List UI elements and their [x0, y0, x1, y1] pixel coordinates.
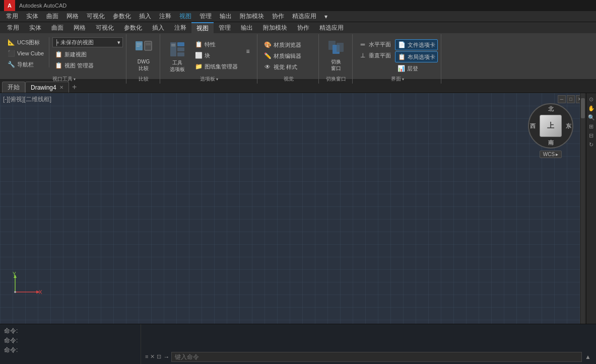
tab-start[interactable]: 开始 [2, 82, 25, 93]
btn-properties[interactable]: 📋 特性 [192, 39, 240, 49]
new-view-icon: 📋 [54, 50, 62, 58]
ribbon-tab-collab[interactable]: 协作 [292, 22, 314, 33]
ribbon-tab-view[interactable]: 视图 [191, 22, 214, 33]
viewcube-center[interactable]: 上 [540, 115, 562, 137]
btn-more-palettes[interactable]: ≡ [242, 46, 254, 56]
view-dropdown[interactable]: ╞ 未保存的视图 ▾ [52, 37, 123, 47]
menu-mesh[interactable]: 网格 [62, 11, 83, 22]
group-title-switch: 切换窗口 [323, 76, 349, 83]
viewport-minimize-btn[interactable]: ─ [558, 95, 566, 103]
layer-icon: 📊 [397, 64, 405, 72]
cmd-dock-btn[interactable]: ⊡ [157, 353, 161, 360]
file-tab-icon: 📄 [398, 41, 406, 49]
rtool-3d-orbit[interactable]: ↻ [587, 140, 595, 149]
menu-view[interactable]: 视图 [175, 11, 195, 22]
btn-navbar[interactable]: 🔧 导航栏 [5, 59, 46, 69]
canvas-area[interactable]: [-][俯视][二维线框] 北 南 西 东 上 WCS ▸ [0, 93, 586, 324]
btn-tool-palette[interactable]: 工具选项板 [164, 37, 190, 75]
btn-material-browser[interactable]: 🎨 材质浏览器 [261, 40, 315, 50]
rtool-pan[interactable]: ✋ [587, 104, 595, 112]
menu-visualize[interactable]: 可视化 [83, 11, 109, 22]
menu-manage[interactable]: 管理 [195, 11, 216, 22]
ribbon-tab-annotate[interactable]: 注释 [169, 22, 191, 33]
svg-rect-9 [177, 47, 184, 51]
tab-drawing4[interactable]: Drawing4 ✕ [25, 82, 69, 93]
sheet-set-icon: 📁 [194, 62, 203, 70]
tab-close-icon[interactable]: ✕ [59, 85, 63, 90]
wcs-arrow-icon: ▸ [556, 152, 558, 157]
cmd-customize-btn[interactable]: ✕ [150, 353, 155, 360]
menu-solid[interactable]: 实体 [22, 11, 42, 22]
wcs-badge[interactable]: WCS ▸ [540, 151, 562, 158]
ribbon-tab-insert[interactable]: 插入 [147, 22, 169, 33]
menu-featured[interactable]: 精选应用 [288, 11, 320, 22]
ribbon-tab-surface[interactable]: 曲面 [46, 22, 69, 33]
menu-more[interactable]: ▾ [320, 12, 332, 21]
group-title-palettes[interactable]: 选项板 ▾ [164, 76, 254, 83]
command-input[interactable] [171, 352, 582, 362]
menubar: 常用 实体 曲面 网格 可视化 参数化 插入 注释 视图 管理 输出 附加模块 … [0, 11, 596, 22]
content-wrapper: [-][俯视][二维线框] 北 南 西 东 上 WCS ▸ [0, 93, 596, 364]
btn-dwg-compare[interactable]: DWG比较 [130, 36, 157, 74]
viewcube-icon: ⬛ [7, 49, 15, 57]
menu-annotate[interactable]: 注释 [155, 11, 175, 22]
btn-visual-style[interactable]: 👁 视觉 样式 [261, 62, 315, 72]
rtool-zoom-window[interactable]: ⊞ [587, 122, 595, 130]
ribbon-group-palettes: 工具选项板 📋 特性 ⬜ 块 📁 图纸集管理器 [161, 34, 257, 84]
ribbon-tab-visualize[interactable]: 可视化 [91, 22, 119, 33]
btn-layout-tab[interactable]: 📋 布局选项卡 [395, 51, 438, 62]
ribbon-tab-featured[interactable]: 精选应用 [314, 22, 349, 33]
command-history: 命令: 命令: 命令: [0, 324, 141, 364]
ribbon-group-interface: ═ 水平平面 ⊥ 垂直平面 📄 文件选项卡 📋 布局选项卡 [354, 34, 441, 84]
menu-common[interactable]: 常用 [2, 11, 22, 22]
ribbon-tab-addons[interactable]: 附加模块 [258, 22, 292, 33]
cmd-expand-btn[interactable]: ≡ [145, 353, 148, 359]
ribbon-tab-solid[interactable]: 实体 [24, 22, 46, 33]
group-title-interface[interactable]: 界面 ▾ [357, 76, 438, 83]
ucs-icon: 📐 [7, 38, 15, 46]
right-toolbar: ⊙ ✋ 🔍 ⊞ ⊟ ↻ [586, 93, 596, 324]
ribbon-tab-parametric[interactable]: 参数化 [119, 22, 147, 33]
command-expand-btn[interactable]: ▲ [584, 353, 592, 361]
viewcube: 北 南 西 东 上 WCS ▸ [525, 103, 576, 158]
btn-ucs-icon[interactable]: 📐 UCS图标 [5, 37, 46, 47]
cmd-line-3: 命令: [4, 345, 137, 355]
menu-addons[interactable]: 附加模块 [236, 11, 268, 22]
ribbon-tab-mesh[interactable]: 网格 [69, 22, 91, 33]
btn-file-tab[interactable]: 📄 文件选项卡 [395, 39, 438, 50]
btn-sheet-set[interactable]: 📁 图纸集管理器 [192, 61, 240, 71]
viewport-maximize-btn[interactable]: □ [567, 95, 575, 103]
btn-layer[interactable]: 📊 层登 [395, 63, 438, 74]
ribbon-tab-manage[interactable]: 管理 [214, 22, 236, 33]
btn-switch-window[interactable]: 切换窗口 [323, 36, 349, 74]
menu-surface[interactable]: 曲面 [42, 11, 62, 22]
compass[interactable]: 北 南 西 东 上 [528, 103, 573, 149]
ucs-indicator: Y X [5, 272, 45, 304]
ribbon-tab-output[interactable]: 输出 [236, 22, 258, 33]
btn-new-view[interactable]: 📋 新建视图 [52, 49, 123, 59]
rtool-orbit[interactable]: ⊙ [587, 95, 595, 103]
scrollbar-thumb[interactable] [581, 98, 585, 118]
title-text: Autodesk AutoCAD [19, 3, 67, 9]
command-area: 命令: 命令: 命令: ≡ ✕ ⊡ → ▲ [0, 324, 596, 364]
menu-insert[interactable]: 插入 [135, 11, 155, 22]
svg-rect-1 [145, 41, 152, 50]
rtool-zoom[interactable]: 🔍 [587, 113, 595, 121]
tool-palette-icon [167, 39, 187, 59]
rtool-zoom-extents[interactable]: ⊟ [587, 131, 595, 139]
svg-rect-8 [177, 42, 184, 46]
tab-add-button[interactable]: + [69, 82, 80, 93]
menu-collab[interactable]: 协作 [268, 11, 288, 22]
menu-parametric[interactable]: 参数化 [109, 11, 135, 22]
btn-blocks[interactable]: ⬜ 块 [192, 50, 240, 60]
layout-tab-icon: 📋 [398, 53, 406, 61]
btn-view-cube[interactable]: ⬛ View Cube [5, 48, 46, 58]
menu-output[interactable]: 输出 [216, 11, 236, 22]
btn-vertical-plane[interactable]: ⊥ 垂直平面 [357, 50, 393, 60]
cmd-line-2: 命令: [4, 336, 137, 345]
btn-horizontal-plane[interactable]: ═ 水平平面 [357, 39, 393, 49]
ribbon-tab-common[interactable]: 常用 [2, 22, 24, 33]
svg-rect-10 [177, 52, 184, 56]
btn-material-editor[interactable]: ✏️ 材质编辑器 [261, 51, 315, 61]
btn-view-manager[interactable]: 📋 视图 管理器 [52, 60, 123, 70]
